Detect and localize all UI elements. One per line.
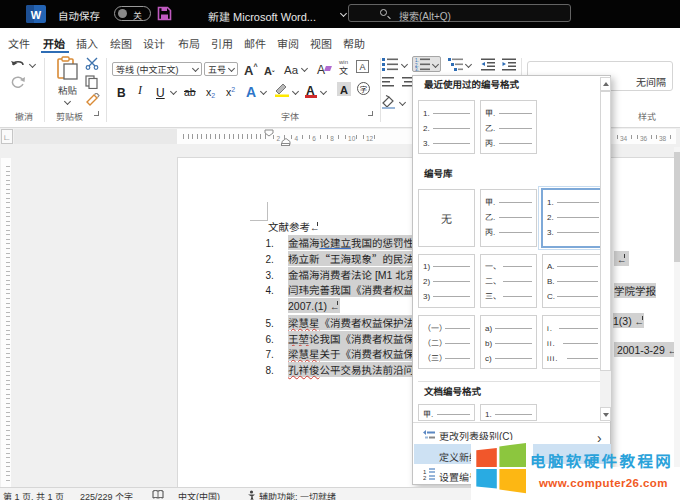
svg-text:3.: 3. — [415, 66, 419, 71]
svg-text:2: 2 — [423, 473, 427, 480]
